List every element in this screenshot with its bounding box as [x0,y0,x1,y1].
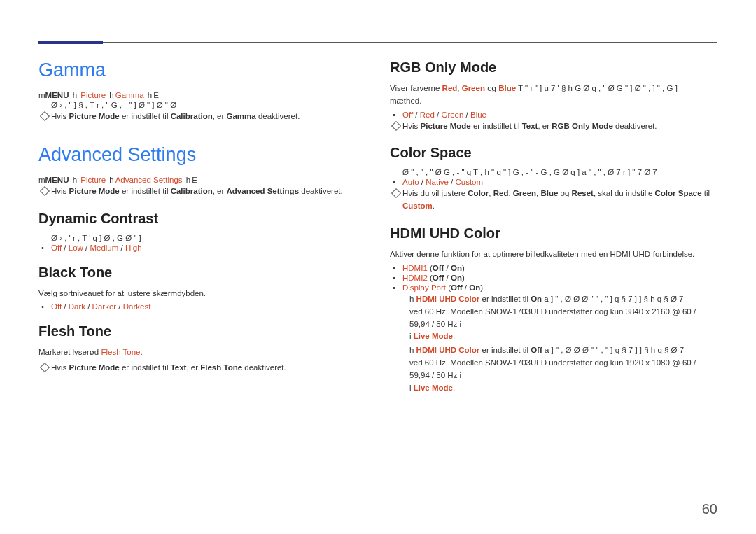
nav-gamma: Gamma [115,91,144,99]
nav-arrow-icon: h [71,176,78,184]
flesh-tone-desc: Markeret lyserød Flesh Tone. [38,346,366,359]
nav-arrow-icon: h [146,91,153,99]
hdmi-dash-notes: h HDMI UHD Color er indstillet til On a … [390,293,718,395]
nav-picture: Picture [80,176,106,184]
adv-nav: mMENU h Picture hAdvanced Settings hE [38,176,366,184]
nav-enter: E [192,176,197,184]
rgb-notes: Hvis Picture Mode er indstillet til Text… [390,120,718,133]
hdmi-desc: Aktiver denne funktion for at optimere b… [390,248,718,261]
cs-note-1: Hvis du vil justere Color, Red, Green, B… [402,188,718,213]
hdmi-opt-1: HDMI1 (Off / On) [390,264,718,272]
hdmi-dash-1: h HDMI UHD Color er indstillet til On a … [410,293,718,343]
right-column: RGB Only Mode Viser farverne Red, Green … [390,59,718,395]
nav-menu: MENU [46,176,69,184]
gamma-note-1: Hvis Picture Mode er indstillet til Cali… [51,111,366,123]
dyn-options: Off / Low / Medium / High [38,244,366,252]
hdmi-uhd-color-heading: HDMI UHD Color [390,225,718,241]
flesh-notes: Hvis Picture Mode er indstillet til Text… [38,362,366,374]
top-rule [38,42,718,43]
rgb-note-1: Hvis Picture Mode er indstillet til Text… [402,120,718,133]
adv-notes: Hvis Picture Mode er indstillet til Cali… [38,185,366,198]
advanced-settings-heading: Advanced Settings [38,144,366,166]
cs-notes: Hvis du vil justere Color, Red, Green, B… [390,188,718,213]
gamma-nav: mMENU h Picture hGamma hE [38,91,366,99]
flesh-tone-heading: Flesh Tone [38,323,366,339]
rgb-options: Off / Red / Green / Blue [390,111,718,119]
dyn-encoded-line: Ø › , ' r , T ' q ] Ø , G Ø " ] [38,234,366,242]
nav-arrow-icon: h [71,91,78,99]
hdmi-opt-3: Display Port (Off / On) [390,283,718,292]
nav-enter: E [153,91,159,99]
gamma-heading: Gamma [38,59,366,81]
nav-picture: Picture [80,91,106,99]
nav-arrow-icon: h [185,176,192,184]
content-columns: Gamma mMENU h Picture hGamma hE Ø › , " … [38,59,718,395]
gamma-encoded-line: Ø › , " ] § , T r , " G , - " ] Ø " ] Ø … [38,101,366,109]
hdmi-dash-2: h HDMI UHD Color er indstillet til Off a… [410,344,718,394]
rgb-desc: Viser farverne Red, Green og Blue T " ı … [390,83,718,108]
black-tone-desc: Vælg sortniveauet for at justere skærmdy… [38,288,366,300]
nav-arrow-icon: h [108,91,115,99]
flesh-note-1: Hvis Picture Mode er indstillet til Text… [51,362,366,374]
cs-options: Auto / Native / Custom [390,178,718,186]
menu-icon: m [38,176,46,184]
nav-adv: Advanced Settings [115,176,183,184]
hdmi-opt-2: HDMI2 (Off / On) [390,274,718,282]
page-number: 60 [702,501,718,517]
menu-icon: m [38,91,46,99]
cs-encoded-line: Ø " , " , " Ø G , - " q T , h " q " ] G … [390,168,718,176]
black-tone-heading: Black Tone [38,265,366,281]
nav-arrow-icon: h [108,176,115,184]
dynamic-contrast-heading: Dynamic Contrast [38,211,366,227]
black-options: Off / Dark / Darker / Darkest [38,302,366,311]
color-space-heading: Color Space [390,145,718,161]
left-column: Gamma mMENU h Picture hGamma hE Ø › , " … [38,59,366,395]
rgb-only-mode-heading: RGB Only Mode [390,59,718,76]
nav-menu: MENU [46,91,69,99]
adv-note-1: Hvis Picture Mode er indstillet til Cali… [51,185,366,198]
gamma-notes: Hvis Picture Mode er indstillet til Cali… [38,111,366,123]
